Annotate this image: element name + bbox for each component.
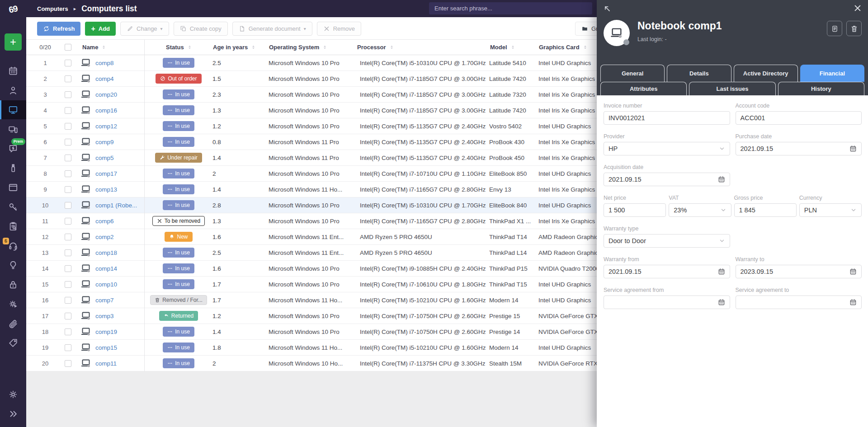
column-header-status[interactable]: Status: [166, 40, 193, 55]
currency-select[interactable]: PLN: [799, 203, 862, 217]
row-checkbox[interactable]: [65, 202, 71, 209]
row-checkbox[interactable]: [65, 123, 71, 130]
sidebar-item-settings[interactable]: [0, 385, 26, 404]
column-header-model[interactable]: Model: [490, 40, 516, 55]
computer-link[interactable]: comp10: [95, 281, 117, 288]
row-checkbox[interactable]: [65, 344, 71, 351]
row-checkbox[interactable]: [65, 281, 71, 288]
sort-icon[interactable]: [510, 44, 516, 50]
row-checkbox[interactable]: [65, 60, 71, 66]
refresh-button[interactable]: Refresh: [37, 22, 80, 36]
computer-link[interactable]: comp15: [95, 344, 117, 351]
tab-history[interactable]: History: [778, 82, 864, 95]
sidebar-item-audit[interactable]: [0, 217, 26, 236]
vat-select[interactable]: 23%: [669, 203, 731, 217]
provider-select[interactable]: HP: [604, 142, 730, 155]
computer-link[interactable]: comp1 (Robe...: [95, 202, 137, 209]
sidebar-item-licenses[interactable]: [0, 197, 26, 216]
column-header-os[interactable]: Operating System: [269, 40, 328, 55]
row-checkbox[interactable]: [65, 75, 71, 82]
computer-link[interactable]: comp20: [95, 91, 117, 98]
row-checkbox[interactable]: [65, 328, 71, 335]
computer-link[interactable]: comp11: [95, 360, 117, 367]
tab-financial[interactable]: Financial: [800, 65, 864, 82]
tab-active-directory[interactable]: Active Directory: [734, 65, 798, 82]
row-checkbox[interactable]: [65, 313, 71, 319]
computer-link[interactable]: comp13: [95, 186, 117, 193]
account-code-field[interactable]: ACC001: [736, 111, 862, 125]
row-checkbox[interactable]: [65, 234, 71, 240]
computer-link[interactable]: comp5: [95, 155, 114, 161]
computer-link[interactable]: comp8: [95, 60, 114, 66]
sort-icon[interactable]: [389, 44, 395, 50]
sidebar-item-automation[interactable]: [0, 295, 26, 314]
quick-add-button[interactable]: +: [5, 33, 22, 51]
computer-link[interactable]: comp4: [95, 75, 114, 82]
purchase-date-field[interactable]: 2021.09.15: [736, 142, 862, 155]
invoice-number-field[interactable]: INV0012021: [604, 111, 730, 125]
sidebar-item-calendar[interactable]: [0, 61, 26, 80]
sidebar-item-people[interactable]: [0, 81, 26, 100]
computer-link[interactable]: comp7: [95, 297, 114, 304]
sidebar-item-security[interactable]: [0, 275, 26, 294]
row-checkbox[interactable]: [65, 170, 71, 177]
acquisition-date-field[interactable]: 2021.09.15: [604, 173, 730, 186]
row-checkbox[interactable]: [65, 218, 71, 225]
report-button[interactable]: [827, 21, 842, 36]
tab-attributes[interactable]: Attributes: [600, 82, 687, 95]
calendar-icon[interactable]: [718, 176, 725, 183]
computer-link[interactable]: comp3: [95, 313, 114, 319]
net-price-field[interactable]: 1 500: [604, 203, 666, 217]
computer-link[interactable]: comp18: [95, 249, 117, 256]
tab-last-issues[interactable]: Last issues: [689, 82, 775, 95]
column-header-processor[interactable]: Processor: [357, 40, 395, 55]
sort-icon[interactable]: [322, 44, 328, 50]
sidebar-item-messages[interactable]: Prem: [0, 139, 26, 158]
row-checkbox[interactable]: [65, 91, 71, 98]
add-button[interactable]: + Add: [85, 22, 116, 36]
search-input[interactable]: [429, 2, 592, 14]
service-agreement-from-field[interactable]: [604, 296, 730, 309]
sort-icon[interactable]: [187, 44, 193, 50]
generate-document-button[interactable]: Generate document ▾: [232, 22, 312, 36]
service-agreement-to-field[interactable]: [736, 296, 862, 309]
delete-button[interactable]: [846, 21, 862, 36]
select-all-checkbox[interactable]: [65, 44, 71, 51]
warranty-to-field[interactable]: 2023.09.15: [736, 265, 862, 278]
warranty-type-select[interactable]: Door to Door: [604, 234, 730, 248]
sort-icon[interactable]: [582, 44, 588, 50]
sort-icon[interactable]: [101, 44, 107, 50]
sidebar-item-software[interactable]: [0, 178, 26, 197]
computer-link[interactable]: comp9: [95, 139, 114, 145]
row-checkbox[interactable]: [65, 249, 71, 256]
row-checkbox[interactable]: [65, 139, 71, 145]
calendar-icon[interactable]: [849, 299, 857, 306]
sidebar-item-collapse[interactable]: [0, 404, 26, 423]
computer-link[interactable]: comp6: [95, 218, 114, 225]
sidebar-item-ideas[interactable]: [0, 256, 26, 275]
calendar-icon[interactable]: [718, 268, 725, 275]
breadcrumb-computers[interactable]: Computers: [37, 5, 68, 12]
row-checkbox[interactable]: [65, 155, 71, 161]
computer-link[interactable]: comp19: [95, 328, 117, 335]
sidebar-item-computers[interactable]: [0, 100, 26, 119]
sidebar-item-helpdesk[interactable]: 6: [0, 236, 26, 255]
gross-price-field[interactable]: 1 845: [734, 203, 797, 217]
sidebar-item-tags[interactable]: [0, 333, 26, 352]
row-checkbox[interactable]: [65, 265, 71, 272]
calendar-icon[interactable]: [849, 145, 857, 152]
sidebar-item-attachments[interactable]: [0, 314, 26, 333]
expand-panel-icon[interactable]: [603, 4, 612, 13]
tab-details[interactable]: Details: [667, 65, 731, 82]
calendar-icon[interactable]: [849, 268, 857, 275]
sort-icon[interactable]: [250, 44, 256, 50]
warranty-from-field[interactable]: 2021.09.15: [604, 265, 730, 278]
row-checkbox[interactable]: [65, 297, 71, 304]
column-header-age[interactable]: Age in years: [213, 40, 256, 55]
change-button[interactable]: Change ▾: [120, 22, 169, 36]
computer-link[interactable]: comp16: [95, 107, 117, 114]
computer-link[interactable]: comp2: [95, 234, 114, 240]
computer-link[interactable]: comp12: [95, 123, 117, 130]
calendar-icon[interactable]: [718, 299, 725, 306]
column-header-graphics[interactable]: Graphics Card: [539, 40, 588, 55]
